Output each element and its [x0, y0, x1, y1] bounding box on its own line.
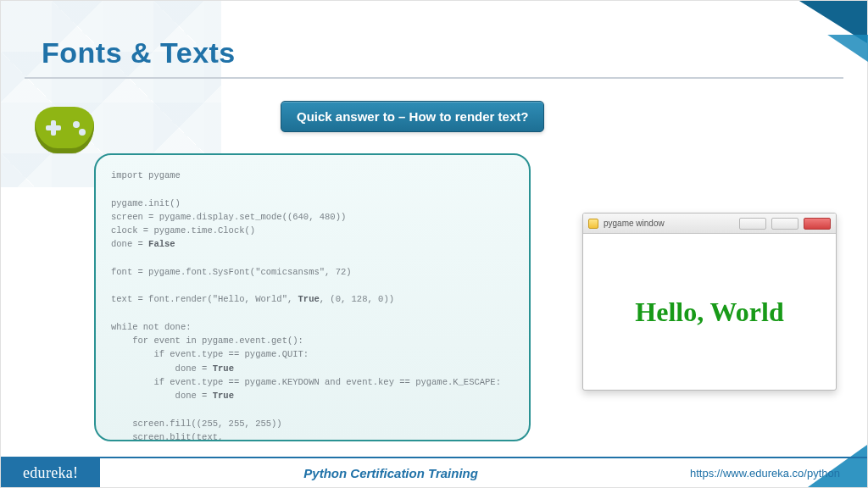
- rendered-hello-world-text: Hello, World: [635, 297, 783, 328]
- code-block: import pygame pygame.init() screen = pyg…: [111, 169, 514, 441]
- footer-course-title: Python Certification Training: [100, 458, 682, 487]
- slide-footer: edureka! Python Certification Training h…: [1, 457, 867, 487]
- window-minimize-button[interactable]: [739, 218, 766, 230]
- window-titlebar: pygame window: [583, 214, 836, 234]
- footer-url: https://www.edureka.co/python: [682, 458, 867, 487]
- window-title: pygame window: [604, 219, 734, 228]
- pygame-canvas: Hello, World: [583, 234, 836, 390]
- window-app-icon: [588, 219, 598, 229]
- title-underline: [25, 77, 843, 79]
- callout-banner: Quick answer to – How to render text?: [281, 101, 544, 132]
- pygame-output-window: pygame window Hello, World: [582, 213, 837, 391]
- code-panel: import pygame pygame.init() screen = pyg…: [94, 153, 531, 441]
- corner-decoration-top-right: [740, 1, 867, 69]
- game-controller-icon: [35, 107, 94, 153]
- window-close-button[interactable]: [804, 218, 831, 230]
- slide: Fonts & Texts Quick answer to – How to r…: [0, 0, 868, 488]
- footer-brand: edureka!: [1, 458, 100, 487]
- slide-title: Fonts & Texts: [42, 36, 236, 69]
- window-maximize-button[interactable]: [771, 218, 798, 230]
